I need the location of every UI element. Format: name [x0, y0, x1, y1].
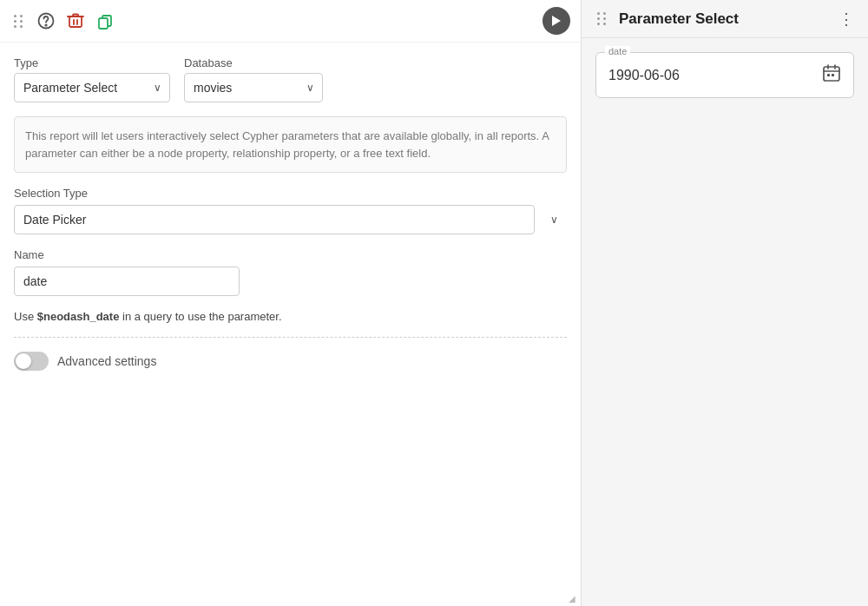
db-select[interactable]: moviesneo4jsystem: [184, 73, 323, 102]
selection-type-group: Selection Type Date PickerFree TextNode …: [14, 187, 567, 234]
delete-icon[interactable]: [65, 10, 86, 31]
db-label: Database: [184, 56, 323, 69]
svg-rect-2: [69, 16, 82, 27]
help-icon[interactable]: [36, 10, 56, 31]
hint-text: Use $neodash_date in a query to use the …: [14, 310, 567, 323]
date-value-row: 1990-06-06: [608, 63, 841, 87]
type-group: Type Parameter SelectTableGraphBar Chart…: [14, 56, 170, 102]
selection-type-label: Selection Type: [14, 187, 567, 200]
db-group: Database moviesneo4jsystem ∨: [184, 56, 323, 102]
date-value: 1990-06-06: [608, 68, 680, 83]
toolbar: [0, 0, 581, 43]
form-content: Type Parameter SelectTableGraphBar Chart…: [0, 43, 581, 606]
selection-type-select[interactable]: Date PickerFree TextNode PropertyRelatio…: [14, 205, 535, 234]
advanced-label: Advanced settings: [57, 354, 156, 368]
type-select[interactable]: Parameter SelectTableGraphBar ChartLine …: [14, 73, 170, 102]
right-content: date 1990-06-06: [582, 38, 868, 606]
svg-rect-5: [824, 67, 839, 81]
svg-point-1: [45, 24, 46, 25]
date-card: date 1990-06-06: [595, 52, 854, 98]
right-header: Parameter Select ⋮: [582, 0, 868, 38]
info-box: This report will let users interactively…: [14, 116, 567, 173]
db-select-wrapper[interactable]: moviesneo4jsystem ∨: [184, 73, 323, 102]
resize-handle[interactable]: ◢: [569, 594, 577, 603]
right-drag-handle[interactable]: [594, 9, 610, 29]
svg-rect-7: [832, 74, 834, 76]
hint-bold: $neodash_date: [37, 310, 120, 323]
drag-handle[interactable]: [10, 11, 27, 31]
type-db-row: Type Parameter SelectTableGraphBar Chart…: [14, 56, 567, 102]
divider: [14, 337, 567, 338]
run-button[interactable]: [542, 7, 570, 35]
type-select-wrapper[interactable]: Parameter SelectTableGraphBar ChartLine …: [14, 73, 170, 102]
right-title: Parameter Select: [619, 10, 830, 28]
selection-type-chevron-icon: ∨: [550, 214, 558, 226]
hint-prefix: Use: [14, 310, 37, 323]
copy-icon[interactable]: [95, 10, 115, 31]
type-label: Type: [14, 56, 170, 69]
name-label: Name: [14, 248, 567, 261]
left-panel: Type Parameter SelectTableGraphBar Chart…: [0, 0, 582, 606]
date-card-label: date: [605, 46, 630, 56]
selection-type-select-wrapper[interactable]: Date PickerFree TextNode PropertyRelatio…: [14, 205, 567, 234]
more-options-icon[interactable]: ⋮: [838, 10, 856, 29]
svg-rect-4: [99, 18, 108, 29]
advanced-row: Advanced settings: [14, 352, 567, 371]
advanced-toggle[interactable]: [14, 352, 49, 371]
hint-suffix: in a query to use the parameter.: [119, 310, 281, 323]
name-group: Name: [14, 248, 567, 296]
name-input[interactable]: [14, 267, 240, 296]
calendar-icon[interactable]: [822, 63, 841, 87]
svg-rect-6: [827, 74, 830, 76]
toggle-knob: [16, 353, 31, 369]
right-panel: Parameter Select ⋮ date 1990-06-06: [582, 0, 868, 606]
